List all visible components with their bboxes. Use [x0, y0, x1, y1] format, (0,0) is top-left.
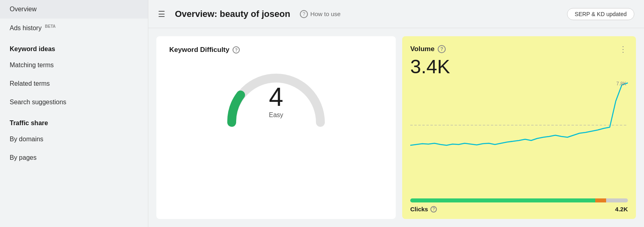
kd-card: Keyword Difficulty ? 4 Easy — [156, 36, 396, 219]
page-title: Overview: beauty of joseon — [175, 9, 290, 19]
kd-card-label: Keyword Difficulty ? — [169, 46, 240, 54]
volume-label: Volume ? — [410, 45, 446, 53]
sidebar-item-search-suggestions[interactable]: Search suggestions — [0, 93, 148, 111]
content-area: Keyword Difficulty ? 4 Easy — [148, 28, 644, 227]
sidebar-item-by-domains[interactable]: By domains — [0, 130, 148, 149]
sidebar-item-overview[interactable]: Overview — [0, 0, 148, 19]
sidebar-item-matching-terms[interactable]: Matching terms — [0, 56, 148, 74]
sidebar-item-by-domains-label: By domains — [10, 136, 44, 142]
clicks-row: Clicks ? 4.2K — [410, 206, 628, 213]
volume-help-icon[interactable]: ? — [438, 45, 446, 53]
progress-bar-orange — [595, 198, 606, 202]
three-dots-menu[interactable]: ⋮ — [619, 44, 628, 54]
volume-card: Volume ? ⋮ 3.4K 7.8K — [402, 36, 636, 219]
hamburger-icon[interactable]: ☰ — [158, 9, 165, 19]
kd-label-text: Keyword Difficulty — [169, 46, 229, 54]
gauge-container: 4 Easy — [169, 66, 383, 130]
y-label-high: 7.8K — [616, 81, 626, 87]
sidebar-item-ads-history[interactable]: Ads history BETA — [0, 19, 148, 37]
sidebar: Overview Ads history BETA Keyword ideas … — [0, 0, 148, 227]
sidebar-item-related-terms[interactable]: Related terms — [0, 74, 148, 93]
clicks-label-text: Clicks — [410, 206, 428, 213]
serp-badge: SERP & KD updated — [567, 8, 634, 20]
progress-bar — [410, 198, 628, 202]
volume-label-text: Volume — [410, 45, 434, 53]
page-header: ☰ Overview: beauty of joseon ? How to us… — [148, 0, 644, 28]
progress-bar-green — [410, 198, 595, 202]
how-to-use-button[interactable]: ? How to use — [300, 10, 341, 18]
gauge-number: 4 — [269, 84, 283, 110]
volume-number: 3.4K — [410, 56, 628, 78]
sidebar-item-related-terms-label: Related terms — [10, 80, 50, 87]
gauge-difficulty: Easy — [269, 111, 283, 119]
kd-help-icon[interactable]: ? — [233, 46, 240, 54]
help-circle-icon: ? — [300, 10, 308, 18]
sidebar-item-overview-label: Overview — [10, 6, 37, 12]
clicks-label: Clicks ? — [410, 206, 437, 213]
sidebar-item-ads-history-label: Ads history — [10, 25, 42, 31]
progress-bar-gray — [606, 198, 628, 202]
sidebar-item-by-pages-label: By pages — [10, 154, 37, 161]
volume-chart-svg — [410, 81, 628, 161]
keyword-ideas-label: Keyword ideas — [10, 45, 55, 52]
volume-header: Volume ? ⋮ — [410, 44, 628, 54]
sidebar-item-by-pages[interactable]: By pages — [0, 149, 148, 167]
main-content: ☰ Overview: beauty of joseon ? How to us… — [148, 0, 644, 227]
chart-area: 7.8K — [410, 81, 628, 194]
gauge-center: 4 Easy — [269, 84, 283, 119]
beta-badge: BETA — [45, 24, 56, 29]
sidebar-item-matching-terms-label: Matching terms — [10, 62, 54, 68]
sidebar-item-search-suggestions-label: Search suggestions — [10, 99, 66, 105]
gauge-wrap: 4 Easy — [224, 66, 328, 130]
traffic-share-label: Traffic share — [10, 120, 48, 126]
sidebar-section-traffic-share: Traffic share — [0, 111, 148, 130]
clicks-value: 4.2K — [615, 206, 628, 213]
clicks-help-icon[interactable]: ? — [430, 206, 437, 213]
sidebar-section-keyword-ideas: Keyword ideas — [0, 37, 148, 56]
how-to-use-label: How to use — [310, 10, 341, 17]
